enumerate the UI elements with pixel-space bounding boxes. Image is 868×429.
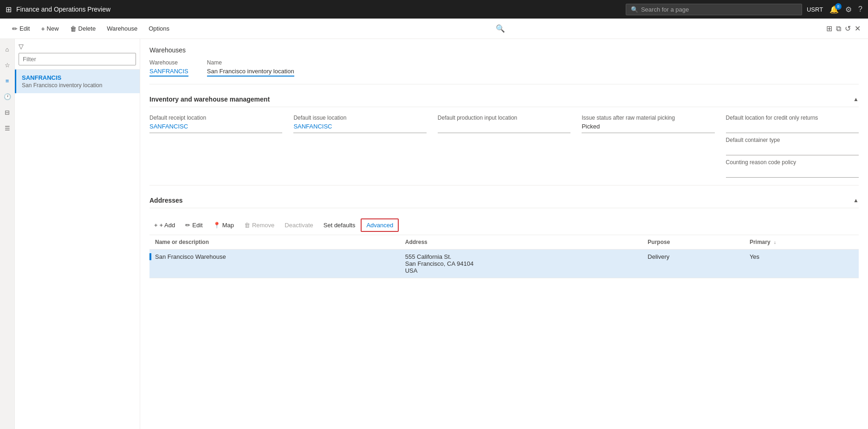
search-input[interactable] bbox=[641, 6, 797, 13]
sidebar: ⌂ ☆ ≡ 🕐 ⊟ ☰ bbox=[0, 39, 15, 429]
edit-button[interactable]: ✏ Edit bbox=[7, 22, 34, 35]
search-box: 🔍 bbox=[626, 4, 802, 15]
default-container-type-label: Default container type bbox=[726, 137, 859, 143]
inventory-collapse-icon: ▲ bbox=[853, 96, 859, 102]
sort-icon: ↓ bbox=[774, 240, 776, 245]
addresses-toolbar: + + Add ✏ Edit 📍 Map 🗑 Remove Deactivate… bbox=[149, 216, 859, 235]
inventory-form-grid: Default receipt location SANFANCISC Defa… bbox=[149, 115, 859, 133]
addresses-section-header[interactable]: Addresses ▲ bbox=[149, 193, 859, 208]
default-credit-only-returns-label: Default location for credit only returns bbox=[726, 115, 859, 121]
edit-address-button[interactable]: ✏ Edit bbox=[181, 219, 207, 231]
view-icon[interactable]: ⊞ bbox=[826, 24, 832, 33]
split-view-icon[interactable]: ⧉ bbox=[836, 25, 841, 33]
default-receipt-location-value[interactable]: SANFANCISC bbox=[149, 123, 282, 133]
table-cell-name: San Francisco Warehouse bbox=[149, 250, 400, 278]
default-receipt-location-field: Default receipt location SANFANCISC bbox=[149, 115, 282, 133]
inventory-section-header[interactable]: Inventory and warehouse management ▲ bbox=[149, 92, 859, 107]
map-icon: 📍 bbox=[213, 222, 220, 229]
options-button[interactable]: Options bbox=[144, 22, 174, 35]
user-label: USRT bbox=[807, 6, 823, 13]
name-label: Name bbox=[207, 59, 294, 66]
list-filter-container: ▽ bbox=[15, 39, 140, 70]
filter-icon[interactable]: ▽ bbox=[19, 43, 24, 50]
default-issue-location-field: Default issue location SANFANCISC bbox=[293, 115, 426, 133]
command-bar: ✏ Edit + New 🗑 Delete Warehouse Options … bbox=[0, 19, 868, 39]
remove-address-button[interactable]: 🗑 Remove bbox=[240, 219, 279, 231]
addresses-collapse-icon: ▲ bbox=[853, 197, 859, 204]
delete-button[interactable]: 🗑 Delete bbox=[65, 22, 101, 35]
default-credit-only-returns-field: Default location for credit only returns bbox=[726, 115, 859, 133]
list-filter-input[interactable] bbox=[19, 53, 136, 65]
main-content: Warehouses Warehouse SANFRANCIS Name San… bbox=[140, 39, 868, 429]
list-item-title: SANFRANCIS bbox=[22, 74, 134, 81]
delete-icon: 🗑 bbox=[70, 25, 77, 32]
sidebar-item-favorites[interactable]: ☆ bbox=[1, 58, 14, 71]
sidebar-item-recent[interactable]: ≡ bbox=[1, 74, 14, 87]
table-header-purpose: Purpose bbox=[642, 235, 744, 250]
add-address-icon: + bbox=[154, 222, 158, 229]
add-icon: + bbox=[41, 25, 45, 32]
default-issue-location-label: Default issue location bbox=[293, 115, 426, 121]
new-button[interactable]: + New bbox=[36, 22, 63, 35]
warehouse-header: Warehouse SANFRANCIS Name San Francisco … bbox=[149, 59, 859, 77]
refresh-icon[interactable]: ↺ bbox=[845, 24, 851, 33]
issue-status-value[interactable]: Picked bbox=[582, 123, 714, 133]
name-value: San Francisco inventory location bbox=[207, 68, 294, 77]
default-credit-only-returns-value[interactable] bbox=[726, 123, 859, 133]
inventory-form-grid-2: Default container type bbox=[149, 137, 859, 155]
default-receipt-location-label: Default receipt location bbox=[149, 115, 282, 121]
help-icon[interactable]: ? bbox=[858, 5, 862, 13]
warehouse-value-link[interactable]: SANFRANCIS bbox=[149, 68, 188, 77]
default-production-input-location-label: Default production input location bbox=[438, 115, 570, 121]
cmd-search-icon[interactable]: 🔍 bbox=[493, 21, 508, 36]
name-field: Name San Francisco inventory location bbox=[207, 59, 294, 77]
table-cell-primary: Yes bbox=[744, 250, 859, 278]
table-header-name: Name or description bbox=[149, 235, 400, 250]
table-header-primary: Primary ↓ bbox=[744, 235, 859, 250]
sidebar-item-workspaces[interactable]: ⊟ bbox=[1, 106, 14, 119]
table-cell-address: 555 California St. San Francisco, CA 941… bbox=[400, 250, 642, 278]
sidebar-item-home[interactable]: ⌂ bbox=[1, 43, 14, 56]
counting-reason-code-field: Counting reason code policy bbox=[726, 159, 859, 178]
default-production-input-location-field: Default production input location bbox=[438, 115, 570, 133]
deactivate-address-button[interactable]: Deactivate bbox=[280, 219, 317, 231]
default-issue-location-value[interactable]: SANFANCISC bbox=[293, 123, 426, 133]
top-bar: ⊞ Finance and Operations Preview 🔍 USRT … bbox=[0, 0, 868, 19]
settings-icon[interactable]: ⚙ bbox=[845, 5, 852, 14]
default-container-type-field: Default container type bbox=[726, 137, 859, 155]
close-panel-icon[interactable]: ✕ bbox=[855, 24, 861, 33]
counting-reason-code-label: Counting reason code policy bbox=[726, 159, 859, 166]
grid-menu-icon[interactable]: ⊞ bbox=[6, 5, 12, 14]
addresses-table: Name or description Address Purpose Prim… bbox=[149, 235, 859, 278]
addresses-section-title: Addresses bbox=[149, 197, 183, 204]
default-container-type-value[interactable] bbox=[726, 145, 859, 155]
notifications-icon[interactable]: 🔔8 bbox=[829, 5, 839, 14]
search-icon: 🔍 bbox=[631, 6, 638, 13]
top-bar-right: USRT 🔔8 ⚙ ? bbox=[807, 5, 862, 14]
remove-icon: 🗑 bbox=[244, 222, 250, 229]
table-header-address: Address bbox=[400, 235, 642, 250]
sidebar-item-history[interactable]: 🕐 bbox=[1, 90, 14, 103]
inventory-form-grid-3: Counting reason code policy bbox=[149, 159, 859, 178]
table-row[interactable]: San Francisco Warehouse 555 California S… bbox=[149, 250, 859, 278]
add-address-button[interactable]: + + Add bbox=[149, 219, 180, 231]
app-title: Finance and Operations Preview bbox=[16, 6, 621, 13]
inventory-section-title: Inventory and warehouse management bbox=[149, 96, 270, 103]
list-panel: ▽ SANFRANCIS San Francisco inventory loc… bbox=[15, 39, 140, 429]
advanced-address-button[interactable]: Advanced bbox=[361, 218, 399, 232]
counting-reason-code-value[interactable] bbox=[726, 167, 859, 178]
warehouse-field: Warehouse SANFRANCIS bbox=[149, 59, 188, 77]
edit-icon: ✏ bbox=[12, 25, 18, 32]
default-production-input-location-value[interactable] bbox=[438, 123, 570, 133]
map-address-button[interactable]: 📍 Map bbox=[208, 219, 239, 231]
sidebar-item-modules[interactable]: ☰ bbox=[1, 122, 14, 134]
warehouse-label: Warehouse bbox=[149, 59, 188, 66]
edit-address-icon: ✏ bbox=[185, 222, 190, 229]
issue-status-field: Issue status after raw material picking … bbox=[582, 115, 714, 133]
list-item[interactable]: SANFRANCIS San Francisco inventory locat… bbox=[15, 70, 140, 93]
addresses-section: Addresses ▲ + + Add ✏ Edit 📍 Map 🗑 Remov… bbox=[149, 193, 859, 278]
warehouse-button[interactable]: Warehouse bbox=[102, 22, 142, 35]
table-cell-purpose: Delivery bbox=[642, 250, 744, 278]
set-defaults-address-button[interactable]: Set defaults bbox=[319, 219, 360, 231]
issue-status-label: Issue status after raw material picking bbox=[582, 115, 714, 121]
